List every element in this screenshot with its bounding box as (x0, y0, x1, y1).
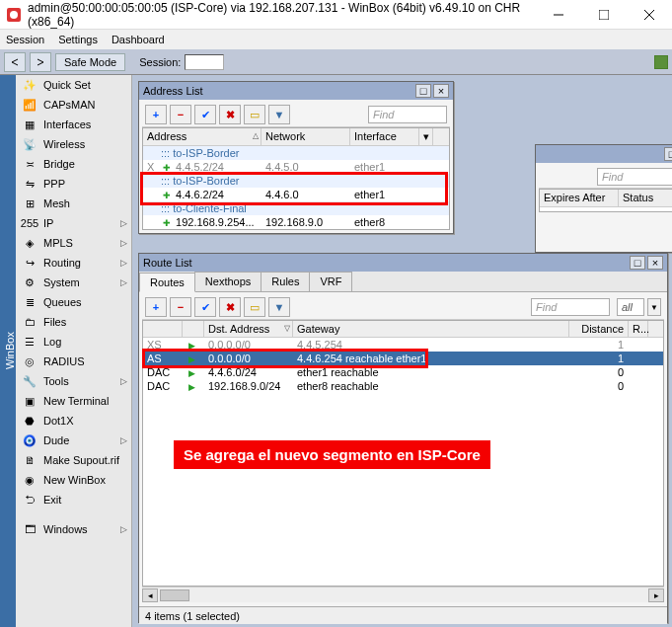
route-add-button[interactable]: + (145, 297, 167, 317)
address-list-titlebar[interactable]: Address List □ × (139, 82, 453, 100)
col-more-icon[interactable]: ▾ (419, 128, 433, 145)
nav-label: Files (43, 316, 66, 328)
nav-windows[interactable]: 🗔Windows▷ (16, 519, 131, 539)
col-expires[interactable]: Expires After (540, 190, 619, 206)
underlay-window: □ × Find Expires After Status ▾ (535, 144, 672, 253)
route-enable-button[interactable]: ✔ (194, 297, 216, 317)
safe-mode-button[interactable]: Safe Mode (55, 53, 125, 71)
col-network[interactable]: Network (261, 128, 350, 145)
svg-rect-3 (599, 10, 609, 20)
menu-dashboard[interactable]: Dashboard (112, 34, 165, 45)
nav-bridge[interactable]: ≍Bridge (16, 154, 131, 174)
route-hscrollbar[interactable]: ◂ ▸ (142, 587, 664, 602)
col-dst-address[interactable]: Dst. Address▽ (204, 321, 293, 337)
route-row[interactable]: XS▶0.0.0.0/04.4.5.2541 (143, 338, 663, 352)
nav-capsman[interactable]: 📶CAPsMAN (16, 95, 131, 115)
nav-exit[interactable]: ⮌Exit (16, 490, 131, 509)
route-comment-button[interactable]: ▭ (244, 297, 265, 317)
comment-button[interactable]: ▭ (244, 105, 265, 124)
nav-radius[interactable]: ◎RADIUS (16, 352, 131, 371)
address-row[interactable]: ✚ 4.4.6.2/244.4.6.0ether1 (143, 188, 449, 201)
nav-ip[interactable]: 255IP▷ (16, 213, 131, 233)
address-row[interactable]: ::: to-ISP-Border (143, 174, 449, 188)
menu-session[interactable]: Session (6, 34, 44, 45)
route-scope-dropdown-icon[interactable]: ▼ (647, 298, 661, 316)
nav-wireless[interactable]: 📡Wireless (16, 134, 131, 154)
disable-button[interactable]: ✖ (219, 105, 241, 124)
route-row[interactable]: DAC▶192.168.9.0/24ether8 reachable0 (143, 379, 663, 393)
route-find-input[interactable]: Find (531, 298, 610, 316)
address-list-restore-icon[interactable]: □ (415, 84, 431, 98)
nav-dot1x[interactable]: ⬣Dot1X (16, 411, 131, 431)
tab-routes[interactable]: Routes (139, 273, 195, 292)
nav-quick-set[interactable]: ✨Quick Set (16, 75, 131, 95)
chevron-icon: ▷ (120, 258, 127, 268)
nav-routing[interactable]: ↪Routing▷ (16, 253, 131, 273)
sidebar-caption: WinBox (0, 75, 16, 627)
nav-files[interactable]: 🗀Files (16, 312, 131, 332)
nav-queues[interactable]: ≣Queues (16, 292, 131, 312)
nav-mesh[interactable]: ⊞Mesh (16, 194, 131, 213)
route-icon: ↪ (22, 255, 37, 271)
enable-button[interactable]: ✔ (194, 105, 216, 124)
nav-tools[interactable]: 🔧Tools▷ (16, 371, 131, 391)
col-marker[interactable] (183, 321, 204, 337)
menu-settings[interactable]: Settings (58, 34, 98, 45)
col-flags[interactable] (143, 321, 183, 337)
address-row[interactable]: ::: to-ISP-Border (143, 146, 449, 160)
col-status[interactable]: Status (619, 190, 672, 206)
route-marker-icon: ▶ (183, 338, 204, 352)
add-button[interactable]: + (145, 105, 167, 124)
cell-gateway: ether1 reachable (293, 365, 569, 379)
address-list-toolbar: + − ✔ ✖ ▭ ▼ Find (142, 103, 450, 127)
route-list-close-icon[interactable]: × (647, 256, 663, 270)
redo-button[interactable] (30, 52, 51, 72)
col-r[interactable]: R... (629, 321, 648, 337)
nav-new-winbox[interactable]: ◉New WinBox (16, 470, 131, 490)
route-list-titlebar[interactable]: Route List □ × (139, 254, 667, 272)
scroll-left-icon[interactable]: ◂ (142, 588, 158, 602)
nav-dude[interactable]: 🧿Dude▷ (16, 431, 131, 450)
tab-nexthops[interactable]: Nexthops (194, 272, 261, 291)
route-row[interactable]: AS▶0.0.0.0/04.4.6.254 reachable ether11 (143, 352, 663, 365)
scroll-right-icon[interactable]: ▸ (648, 588, 664, 602)
nav-log[interactable]: ☰Log (16, 332, 131, 352)
session-input[interactable] (185, 54, 224, 70)
address-row[interactable]: ::: to-Cliente-Final (143, 201, 449, 215)
address-list-close-icon[interactable]: × (433, 84, 449, 98)
address-grid[interactable]: Address△ Network Interface ▾ ::: to-ISP-… (142, 127, 450, 230)
nav-system[interactable]: ⚙System▷ (16, 273, 131, 292)
route-disable-button[interactable]: ✖ (219, 297, 241, 317)
remove-button[interactable]: − (170, 105, 191, 124)
col-gateway[interactable]: Gateway (293, 321, 569, 337)
nav-label: New Terminal (43, 395, 109, 407)
underlay-titlebar[interactable]: □ × (536, 145, 672, 163)
nav-interfaces[interactable]: ▦Interfaces (16, 115, 131, 134)
filter-button[interactable]: ▼ (268, 105, 290, 124)
col-address[interactable]: Address△ (143, 128, 261, 145)
nav-new-terminal[interactable]: ▣New Terminal (16, 391, 131, 411)
route-list-restore-icon[interactable]: □ (630, 256, 645, 270)
scroll-thumb[interactable] (160, 589, 189, 601)
nav-make-supout-rif[interactable]: 🗎Make Supout.rif (16, 450, 131, 470)
address-row[interactable]: ✚ 192.168.9.254...192.168.9.0ether8 (143, 215, 449, 229)
tab-rules[interactable]: Rules (261, 272, 310, 291)
nav-ppp[interactable]: ⇋PPP (16, 174, 131, 194)
address-find-input[interactable]: Find (368, 106, 447, 123)
col-distance[interactable]: Distance (569, 321, 629, 337)
close-button[interactable] (627, 0, 672, 30)
route-row[interactable]: DAC▶4.4.6.0/24ether1 reachable0 (143, 365, 663, 379)
maximize-button[interactable] (581, 0, 627, 30)
col-interface[interactable]: Interface (350, 128, 419, 145)
route-filter-button[interactable]: ▼ (268, 297, 290, 317)
cell-gateway: 4.4.6.254 reachable ether1 (293, 352, 569, 365)
route-scope-select[interactable]: all (617, 298, 644, 316)
underlay-find-input[interactable]: Find (597, 168, 672, 186)
address-row[interactable]: X✚ 4.4.5.2/244.4.5.0ether1 (143, 160, 449, 174)
underlay-restore-icon[interactable]: □ (664, 147, 672, 161)
undo-button[interactable] (4, 52, 26, 72)
tab-vrf[interactable]: VRF (309, 272, 352, 291)
minimize-button[interactable] (536, 0, 581, 30)
nav-mpls[interactable]: ◈MPLS▷ (16, 233, 131, 253)
route-remove-button[interactable]: − (170, 297, 191, 317)
